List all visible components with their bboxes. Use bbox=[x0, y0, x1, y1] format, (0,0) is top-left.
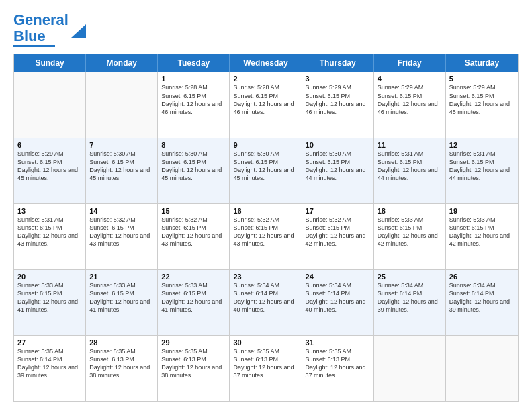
day-number: 5 bbox=[449, 75, 515, 83]
calendar-cell-18: 18Sunrise: 5:33 AM Sunset: 6:15 PM Dayli… bbox=[374, 204, 446, 269]
col-header-saturday: Saturday bbox=[446, 54, 518, 72]
day-info: Sunrise: 5:29 AM Sunset: 6:15 PM Dayligh… bbox=[378, 83, 442, 116]
calendar-cell-28: 28Sunrise: 5:35 AM Sunset: 6:13 PM Dayli… bbox=[86, 336, 158, 401]
day-info: Sunrise: 5:34 AM Sunset: 6:14 PM Dayligh… bbox=[378, 281, 442, 314]
day-number: 2 bbox=[233, 75, 298, 83]
calendar-cell-30: 30Sunrise: 5:35 AM Sunset: 6:13 PM Dayli… bbox=[230, 336, 302, 401]
day-number: 19 bbox=[449, 207, 515, 215]
calendar-cell-3: 3Sunrise: 5:29 AM Sunset: 6:15 PM Daylig… bbox=[302, 72, 374, 137]
day-info: Sunrise: 5:34 AM Sunset: 6:14 PM Dayligh… bbox=[449, 281, 515, 314]
calendar-cell-20: 20Sunrise: 5:33 AM Sunset: 6:15 PM Dayli… bbox=[14, 270, 86, 335]
day-number: 14 bbox=[89, 207, 154, 215]
calendar-cell-10: 10Sunrise: 5:30 AM Sunset: 6:15 PM Dayli… bbox=[302, 138, 374, 203]
col-header-sunday: Sunday bbox=[14, 54, 86, 72]
day-number: 12 bbox=[449, 141, 515, 149]
calendar-cell-4: 4Sunrise: 5:29 AM Sunset: 6:15 PM Daylig… bbox=[374, 72, 446, 137]
day-info: Sunrise: 5:30 AM Sunset: 6:15 PM Dayligh… bbox=[306, 150, 370, 183]
calendar-cell-21: 21Sunrise: 5:33 AM Sunset: 6:15 PM Dayli… bbox=[86, 270, 158, 335]
calendar-cell-6: 6Sunrise: 5:29 AM Sunset: 6:15 PM Daylig… bbox=[14, 138, 86, 203]
col-header-monday: Monday bbox=[86, 54, 158, 72]
day-info: Sunrise: 5:32 AM Sunset: 6:15 PM Dayligh… bbox=[161, 216, 226, 248]
day-number: 28 bbox=[89, 338, 154, 347]
day-info: Sunrise: 5:32 AM Sunset: 6:15 PM Dayligh… bbox=[233, 216, 298, 248]
calendar-cell-25: 25Sunrise: 5:34 AM Sunset: 6:14 PM Dayli… bbox=[374, 270, 446, 335]
col-header-friday: Friday bbox=[374, 54, 446, 72]
calendar-cell-23: 23Sunrise: 5:34 AM Sunset: 6:14 PM Dayli… bbox=[230, 270, 302, 335]
week-row-1: 1Sunrise: 5:28 AM Sunset: 6:15 PM Daylig… bbox=[14, 72, 518, 138]
day-info: Sunrise: 5:33 AM Sunset: 6:15 PM Dayligh… bbox=[89, 281, 154, 314]
day-info: Sunrise: 5:29 AM Sunset: 6:15 PM Dayligh… bbox=[306, 83, 370, 116]
logo-text: General Blue bbox=[13, 12, 69, 44]
calendar-cell-29: 29Sunrise: 5:35 AM Sunset: 6:13 PM Dayli… bbox=[158, 336, 230, 401]
calendar-cell-empty-w0c1 bbox=[86, 72, 158, 137]
logo-general: General bbox=[13, 11, 69, 28]
day-number: 17 bbox=[306, 207, 370, 215]
week-row-2: 6Sunrise: 5:29 AM Sunset: 6:15 PM Daylig… bbox=[14, 138, 518, 204]
day-info: Sunrise: 5:31 AM Sunset: 6:15 PM Dayligh… bbox=[17, 216, 82, 248]
day-number: 7 bbox=[89, 141, 154, 149]
day-number: 20 bbox=[17, 273, 82, 281]
calendar-cell-26: 26Sunrise: 5:34 AM Sunset: 6:14 PM Dayli… bbox=[446, 270, 518, 335]
day-number: 11 bbox=[378, 141, 442, 149]
day-number: 9 bbox=[233, 141, 298, 149]
day-number: 29 bbox=[161, 338, 226, 347]
calendar-page: General Blue SundayMondayTuesdayWednesda… bbox=[0, 0, 532, 411]
day-number: 16 bbox=[233, 207, 298, 215]
logo: General Blue bbox=[13, 12, 86, 47]
day-info: Sunrise: 5:35 AM Sunset: 6:13 PM Dayligh… bbox=[161, 347, 226, 380]
calendar-cell-empty-w4c5 bbox=[374, 336, 446, 401]
day-number: 25 bbox=[378, 273, 442, 281]
calendar-cell-13: 13Sunrise: 5:31 AM Sunset: 6:15 PM Dayli… bbox=[14, 204, 86, 269]
day-number: 8 bbox=[161, 141, 226, 149]
day-info: Sunrise: 5:32 AM Sunset: 6:15 PM Dayligh… bbox=[306, 216, 370, 248]
calendar-cell-8: 8Sunrise: 5:30 AM Sunset: 6:15 PM Daylig… bbox=[158, 138, 230, 203]
day-info: Sunrise: 5:30 AM Sunset: 6:15 PM Dayligh… bbox=[233, 150, 298, 183]
day-number: 30 bbox=[233, 338, 298, 347]
day-number: 22 bbox=[161, 273, 226, 281]
day-number: 3 bbox=[306, 75, 370, 83]
calendar-cell-15: 15Sunrise: 5:32 AM Sunset: 6:15 PM Dayli… bbox=[158, 204, 230, 269]
calendar-cell-27: 27Sunrise: 5:35 AM Sunset: 6:14 PM Dayli… bbox=[14, 336, 86, 401]
calendar-cell-24: 24Sunrise: 5:34 AM Sunset: 6:14 PM Dayli… bbox=[302, 270, 374, 335]
day-info: Sunrise: 5:28 AM Sunset: 6:15 PM Dayligh… bbox=[161, 83, 226, 116]
logo-blue: Blue bbox=[13, 28, 46, 44]
day-info: Sunrise: 5:33 AM Sunset: 6:15 PM Dayligh… bbox=[161, 281, 226, 314]
day-info: Sunrise: 5:31 AM Sunset: 6:15 PM Dayligh… bbox=[378, 150, 442, 183]
calendar-cell-7: 7Sunrise: 5:30 AM Sunset: 6:15 PM Daylig… bbox=[86, 138, 158, 203]
calendar-cell-22: 22Sunrise: 5:33 AM Sunset: 6:15 PM Dayli… bbox=[158, 270, 230, 335]
calendar-cell-16: 16Sunrise: 5:32 AM Sunset: 6:15 PM Dayli… bbox=[230, 204, 302, 269]
calendar-cell-empty-w0c0 bbox=[14, 72, 86, 137]
day-number: 26 bbox=[449, 273, 515, 281]
day-info: Sunrise: 5:33 AM Sunset: 6:15 PM Dayligh… bbox=[449, 216, 515, 248]
day-info: Sunrise: 5:33 AM Sunset: 6:15 PM Dayligh… bbox=[378, 216, 442, 248]
week-row-3: 13Sunrise: 5:31 AM Sunset: 6:15 PM Dayli… bbox=[14, 204, 518, 270]
calendar-cell-31: 31Sunrise: 5:35 AM Sunset: 6:13 PM Dayli… bbox=[302, 336, 374, 401]
day-info: Sunrise: 5:29 AM Sunset: 6:15 PM Dayligh… bbox=[17, 150, 82, 183]
calendar-cell-14: 14Sunrise: 5:32 AM Sunset: 6:15 PM Dayli… bbox=[86, 204, 158, 269]
calendar-cell-9: 9Sunrise: 5:30 AM Sunset: 6:15 PM Daylig… bbox=[230, 138, 302, 203]
day-info: Sunrise: 5:30 AM Sunset: 6:15 PM Dayligh… bbox=[89, 150, 154, 183]
calendar-cell-5: 5Sunrise: 5:29 AM Sunset: 6:15 PM Daylig… bbox=[446, 72, 518, 137]
day-number: 13 bbox=[17, 207, 82, 215]
calendar-cell-2: 2Sunrise: 5:28 AM Sunset: 6:15 PM Daylig… bbox=[230, 72, 302, 137]
col-header-thursday: Thursday bbox=[302, 54, 374, 72]
day-info: Sunrise: 5:32 AM Sunset: 6:15 PM Dayligh… bbox=[89, 216, 154, 248]
day-number: 27 bbox=[17, 338, 82, 347]
calendar-cell-empty-w4c6 bbox=[446, 336, 518, 401]
day-info: Sunrise: 5:35 AM Sunset: 6:13 PM Dayligh… bbox=[233, 347, 298, 380]
calendar-cell-1: 1Sunrise: 5:28 AM Sunset: 6:15 PM Daylig… bbox=[158, 72, 230, 137]
svg-marker-0 bbox=[71, 24, 86, 38]
calendar-body: 1Sunrise: 5:28 AM Sunset: 6:15 PM Daylig… bbox=[14, 72, 518, 401]
day-info: Sunrise: 5:30 AM Sunset: 6:15 PM Dayligh… bbox=[161, 150, 226, 183]
day-info: Sunrise: 5:29 AM Sunset: 6:15 PM Dayligh… bbox=[449, 83, 515, 116]
day-info: Sunrise: 5:34 AM Sunset: 6:14 PM Dayligh… bbox=[233, 281, 298, 314]
col-header-tuesday: Tuesday bbox=[158, 54, 230, 72]
week-row-5: 27Sunrise: 5:35 AM Sunset: 6:14 PM Dayli… bbox=[14, 336, 518, 401]
day-info: Sunrise: 5:31 AM Sunset: 6:15 PM Dayligh… bbox=[449, 150, 515, 183]
day-number: 24 bbox=[306, 273, 370, 281]
week-row-4: 20Sunrise: 5:33 AM Sunset: 6:15 PM Dayli… bbox=[14, 270, 518, 336]
logo-underline bbox=[13, 45, 55, 47]
day-number: 31 bbox=[306, 338, 370, 347]
calendar-cell-19: 19Sunrise: 5:33 AM Sunset: 6:15 PM Dayli… bbox=[446, 204, 518, 269]
day-info: Sunrise: 5:35 AM Sunset: 6:13 PM Dayligh… bbox=[306, 347, 370, 380]
